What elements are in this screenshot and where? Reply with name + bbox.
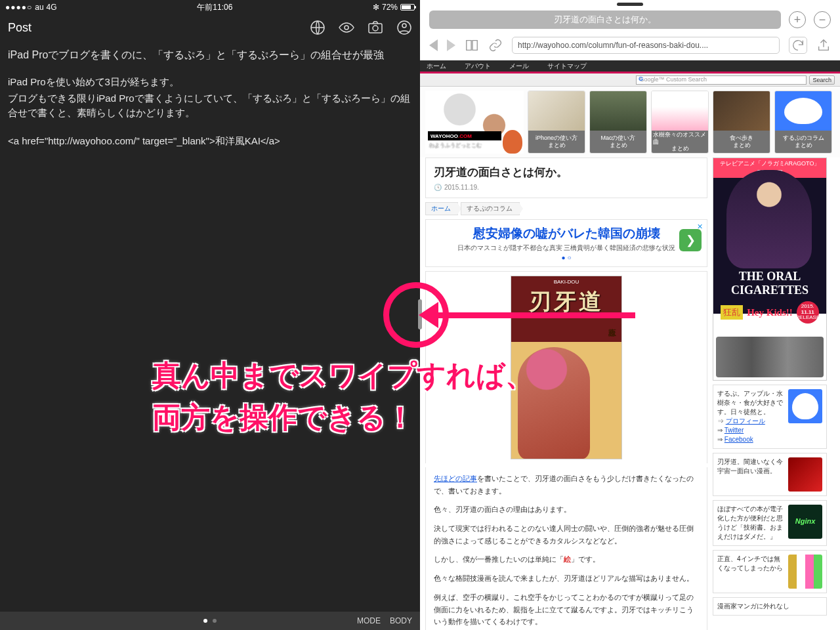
editor-bottom-bar: MODE BODY	[0, 612, 420, 630]
bluetooth-icon: ✻	[373, 3, 379, 12]
thumb-image	[788, 457, 822, 492]
battery-icon	[400, 4, 415, 10]
cover-subtitle: BAKI-DOU	[511, 279, 621, 285]
globe-icon[interactable]	[310, 20, 326, 35]
page-dot	[213, 619, 217, 623]
ad-pager-dots: ● ○	[432, 254, 700, 261]
promo-band-name: THE ORAL	[713, 270, 826, 284]
post-editor[interactable]: iPad Proでブログを書くのに、「するぷろ」と「するぷろーら」の組合せが最強…	[0, 41, 420, 155]
site-logo-sub: わようふうどっとこむ	[429, 142, 482, 149]
browser-nav-row: http://wayohoo.com/column/fun-of-reasons…	[420, 34, 840, 60]
clock: 午前11:06	[197, 2, 232, 13]
profile-text: するぷ。アップル・水樹奈々・食が大好きです。日々徒然と。	[717, 390, 783, 415]
eye-icon[interactable]	[339, 20, 354, 35]
breadcrumb-item[interactable]: するぷのコラム	[461, 202, 520, 215]
sidebar-related-card[interactable]: ほぼすべての本が電子化した方が便利だと思うけど「技術書。おまえだけはダメだ。」 …	[713, 500, 827, 546]
body-toggle[interactable]: BODY	[390, 616, 412, 625]
twitter-link[interactable]: Twitter	[724, 427, 744, 434]
category-tile-nana[interactable]: 水樹奈々のオススメ曲まとめ	[651, 91, 709, 154]
sidebar-profile-card: するぷ。アップル・水樹奈々・食が大好きです。日々徒然と。 ⇒ プロフィール ⇒ …	[713, 385, 827, 449]
sidebar-related-card[interactable]: 正直、4インチでは無くなってしまったから	[713, 550, 827, 593]
promo-song: Hey Kids!!	[747, 307, 793, 318]
cat-avatar-icon	[788, 389, 822, 423]
reload-button[interactable]	[789, 37, 807, 54]
ad-go-button[interactable]: ❯	[679, 229, 702, 251]
site-search-strip: Google™ Custom Search Search	[420, 74, 840, 87]
site-logo-text: WAYOHOO.COM	[428, 131, 501, 140]
sidebar-related-card[interactable]: 刃牙道。間違いなく今宇宙一面白い漫画。	[713, 453, 827, 496]
site-nav-item[interactable]: ホーム	[427, 62, 446, 71]
article-cover-image: BAKI-DOU 刃牙道 板垣恵介	[511, 276, 622, 459]
signal-strength-icon: ●●●●○	[5, 3, 32, 12]
mascot-icon	[503, 130, 522, 154]
category-tile-gourmet[interactable]: 食べ歩きまとめ	[713, 91, 770, 154]
article-date: 2015.11.19.	[434, 184, 699, 191]
site-nav-item[interactable]: サイトマップ	[547, 62, 587, 71]
sidebar-related-card[interactable]: 漫画家マンガに外れなし	[713, 597, 827, 616]
page-indicator[interactable]	[203, 619, 217, 623]
promo-release-date: 2015. 11.11 RELEASE	[797, 301, 819, 324]
mode-toggle[interactable]: MODE	[357, 616, 381, 625]
link-icon[interactable]	[488, 38, 503, 52]
article-title: 刃牙道の面白さとは何か。	[434, 165, 699, 180]
cover-title: 刃牙道	[511, 287, 621, 317]
article-link[interactable]: 先ほどの記事	[434, 474, 477, 482]
network-label: 4G	[47, 3, 57, 12]
facebook-link[interactable]: Facebook	[724, 436, 753, 443]
screen-title: Post	[8, 21, 32, 35]
ad-banner[interactable]: ✕ 慰安婦像の嘘がバレた韓国の崩壊 日本のマスコミが隠す不都合な真実 三橋貴明が…	[425, 219, 707, 267]
share-icon[interactable]	[816, 38, 831, 52]
category-tile-column[interactable]: するぷのコラムまとめ	[774, 91, 832, 154]
site-nav-item[interactable]: アバウト	[465, 62, 491, 71]
url-bar[interactable]: http://wayohoo.com/column/fun-of-reasons…	[512, 37, 780, 54]
editor-app-pane: ●●●●○ au 4G 午前11:06 ✻ 72% Post iPad Proで…	[0, 0, 420, 630]
profile-icon[interactable]	[396, 20, 412, 35]
breadcrumb: ホーム するぷのコラム	[425, 202, 707, 215]
close-tab-button[interactable]: −	[814, 11, 831, 28]
site-nav-item[interactable]: メール	[509, 62, 529, 71]
editor-topbar: Post	[0, 14, 420, 41]
camera-icon[interactable]	[368, 20, 383, 35]
new-tab-button[interactable]: +	[789, 11, 806, 28]
forward-button[interactable]	[447, 39, 455, 51]
post-body-line: ブログもできる限りiPad Proで書くようにしていて、「するぷろ」と「するぷろ…	[8, 91, 412, 121]
article-body: 先ほどの記事を書いたことで、刃牙道の面白さをもう少しだけ書きたくなったので、書い…	[425, 467, 707, 630]
post-body-line: iPad Proを使い始めて3日が経ちます。	[8, 75, 412, 90]
browser-tab[interactable]: 刃牙道の面白さとは何か。	[429, 10, 781, 29]
site-search-button[interactable]: Search	[809, 75, 835, 85]
svg-point-5	[402, 24, 406, 28]
article-column: 刃牙道の面白さとは何か。 2015.11.19. ホーム するぷのコラム ✕ 慰…	[425, 158, 707, 630]
site-search-input[interactable]: Google™ Custom Search	[636, 75, 807, 85]
svg-point-1	[345, 26, 348, 30]
carrier-label: au	[35, 3, 43, 12]
thumb-image	[788, 555, 822, 589]
profile-link[interactable]: プロフィール	[726, 417, 765, 425]
thumb-image: Nginx	[788, 505, 822, 539]
post-html-line: <a href="http://wayohoo.com/" target="_b…	[8, 134, 412, 149]
promo-song: 狂乱	[721, 305, 743, 320]
back-button[interactable]	[429, 39, 438, 51]
splitview-grabber-icon[interactable]	[617, 3, 643, 6]
category-tile-mac[interactable]: Macの使い方まとめ	[589, 91, 647, 154]
post-title-line: iPad Proでブログを書くのに、「するぷろ」と「するぷろーら」の組合せが最強	[8, 47, 412, 63]
battery-percent: 72%	[382, 3, 398, 12]
category-tile-iphone[interactable]: iPhoneの使い方まとめ	[528, 91, 585, 154]
promo-band-name: CIGARETTES	[713, 284, 826, 297]
category-tiles: WAYOHOO.COM わようふうどっとこむ iPhoneの使い方まとめ Mac…	[420, 87, 840, 158]
browser-pane: 刃牙道の面白さとは何か。 + − http://wayohoo.com/colu…	[420, 0, 840, 630]
article-header: 刃牙道の面白さとは何か。 2015.11.19.	[425, 158, 707, 198]
ad-headline: 慰安婦像の嘘がバレた韓国の崩壊	[432, 225, 700, 242]
ios-status-bar: ●●●●○ au 4G 午前11:06 ✻ 72%	[0, 0, 420, 14]
breadcrumb-item[interactable]: ホーム	[425, 202, 458, 215]
bookmarks-icon[interactable]	[465, 38, 479, 52]
svg-rect-2	[369, 24, 382, 33]
site-sidebar: テレビアニメ「ノラガミARAGOTO」OPテーマ THE ORAL CIGARE…	[713, 158, 827, 630]
ad-subline: 日本のマスコミが隠す不都合な真実 三橋貴明が暴く韓国経済の悲惨な状況	[432, 243, 700, 253]
svg-point-3	[373, 26, 378, 31]
site-logo[interactable]: WAYOHOO.COM わようふうどっとこむ	[425, 91, 524, 154]
sidebar-promo[interactable]: テレビアニメ「ノラガミARAGOTO」OPテーマ THE ORAL CIGARE…	[713, 158, 827, 381]
site-nav: ホーム アバウト メール サイトマップ	[420, 60, 840, 74]
page-dot	[203, 619, 207, 623]
